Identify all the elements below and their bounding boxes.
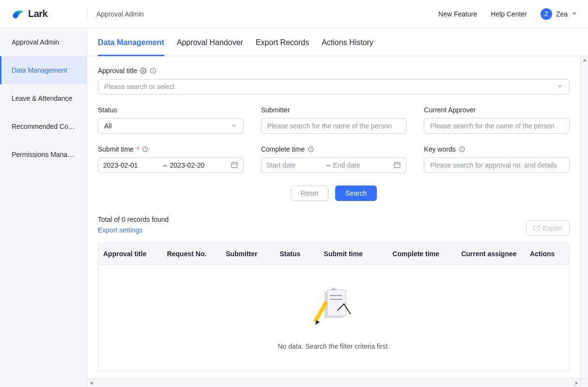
field-current-approver: Current Approver [424,106,570,134]
sidebar-item-leave-attendance[interactable]: Leave & Attendance [0,84,87,112]
input-submitter[interactable] [261,118,407,134]
complete-time-start[interactable] [266,161,315,169]
sidebar-item-label: Leave & Attendance [12,94,72,102]
label-text: Complete time [261,145,305,153]
label-complete-time: Complete time [261,145,407,153]
table-header: Approval title Request No. Submitter Sta… [98,243,569,264]
calendar-icon [393,161,401,170]
horizontal-scrollbar[interactable] [87,378,580,387]
svg-point-13 [311,148,311,148]
empty-illustration-icon [310,286,357,333]
input-key-words[interactable] [424,157,570,173]
label-status: Status [98,106,244,114]
user-menu[interactable]: Z Zea [541,8,576,20]
svg-point-20 [462,148,462,148]
user-name: Zea [556,10,568,18]
lark-logo-icon [12,8,24,20]
content: Approval title Please search or select [87,56,588,387]
vertical-scrollbar[interactable] [580,56,588,378]
th-submitter[interactable]: Submitter [221,250,275,258]
topbar: Lark Approval Admin New Feature Help Cen… [0,0,588,28]
sidebar-item-label: Approval Admin [12,38,59,46]
field-status: Status All [98,106,244,134]
th-complete-time[interactable]: Complete time [387,250,456,258]
th-actions[interactable]: Actions [525,250,569,258]
tab-approval-handover[interactable]: Approval Handover [177,38,243,56]
info-icon[interactable] [459,146,465,153]
tab-data-management[interactable]: Data Management [98,38,164,56]
th-submit-time[interactable]: Submit time [319,250,388,258]
field-submitter: Submitter [261,106,407,134]
select-approval-title[interactable]: Please search or select [98,79,570,94]
select-placeholder: Please search or select [104,83,175,91]
range-separator: – [163,161,167,169]
label-submitter: Submitter [261,106,407,114]
gear-icon[interactable] [140,67,147,74]
info-icon[interactable] [150,67,156,74]
results-header: Total of 0 records found Export settings… [98,216,570,236]
select-value: All [104,122,112,130]
th-approval-title[interactable]: Approval title [98,250,162,258]
daterange-complete-time[interactable]: – [261,157,407,173]
input-current-approver[interactable] [424,118,570,134]
sidebar-item-permissions-manage[interactable]: Permissions Manage... [0,140,87,169]
svg-rect-23 [327,290,346,316]
scroll-left-icon [87,379,95,387]
tabs: Data Management Approval Handover Export… [87,28,588,56]
empty-text: No data. Search the filter criteria firs… [278,342,389,350]
chevron-down-icon [573,13,576,15]
chevron-down-icon [557,83,563,91]
label-submit-time: Submit time * [98,145,244,153]
results-table: Approval title Request No. Submitter Sta… [98,243,570,265]
search-button[interactable]: Search [335,186,377,201]
results-total: Total of 0 records found [98,216,169,223]
th-current-assignee[interactable]: Current assignee [456,250,525,258]
range-separator: – [326,161,330,169]
sidebar-item-label: Recommended Confi... [12,123,75,130]
tab-export-records[interactable]: Export Records [256,38,309,56]
field-submit-time: Submit time * – [98,145,244,173]
th-request-no[interactable]: Request No. [162,250,221,258]
avatar: Z [541,8,552,20]
label-text: Approval title [98,67,137,75]
scroll-up-icon [581,56,588,64]
svg-rect-7 [232,162,237,168]
export-label: Export [543,224,562,232]
info-icon[interactable] [142,146,149,153]
label-approval-title: Approval title [98,67,570,75]
export-button[interactable]: Export [526,220,570,236]
label-text: Submit time [98,145,134,153]
reset-button[interactable]: Reset [291,186,329,201]
filter-buttons: Reset Search [98,186,570,201]
main: Data Management Approval Handover Export… [87,28,588,387]
svg-point-6 [145,148,146,148]
tab-actions-history[interactable]: Actions History [322,38,373,56]
submit-time-start[interactable] [103,161,152,169]
sidebar-item-approval-admin[interactable]: Approval Admin [0,28,87,56]
select-status[interactable]: All [98,118,244,134]
sidebar-item-label: Permissions Manage... [12,151,75,158]
sidebar-item-data-management[interactable]: Data Management [0,56,87,84]
daterange-submit-time[interactable]: – [98,157,244,173]
field-key-words: Key words [424,145,570,173]
label-text: Key words [424,145,455,153]
link-export-settings[interactable]: Export settings [98,226,169,234]
complete-time-end[interactable] [333,161,381,169]
link-help-center[interactable]: Help Center [491,10,527,18]
th-status[interactable]: Status [275,250,319,258]
required-marker: * [137,145,139,153]
submit-time-end[interactable] [170,161,218,169]
svg-rect-14 [394,162,400,168]
export-icon [533,225,540,232]
label-current-approver: Current Approver [424,106,570,114]
info-icon[interactable] [308,146,314,153]
sidebar: Approval Admin Data Management Leave & A… [0,28,87,387]
svg-point-3 [153,69,154,70]
scrollbar-corner [580,378,588,387]
sidebar-item-recommended-config[interactable]: Recommended Confi... [0,112,87,140]
calendar-icon [231,161,238,170]
logo[interactable]: Lark [12,8,87,20]
link-new-feature[interactable]: New Feature [438,10,477,18]
label-key-words: Key words [424,145,570,153]
chevron-down-icon [231,122,237,130]
